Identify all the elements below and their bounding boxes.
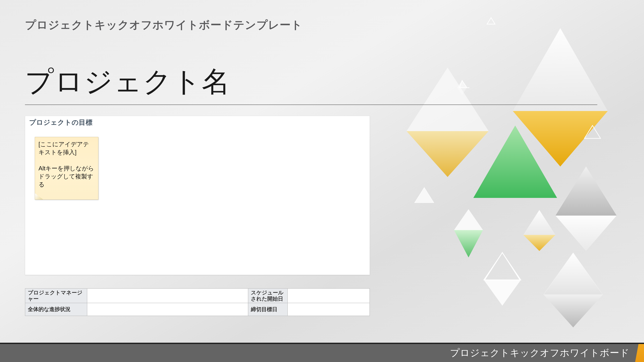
svg-marker-21 <box>484 253 521 280</box>
progress-value[interactable] <box>87 303 248 316</box>
decorative-triangles <box>370 0 644 362</box>
svg-marker-8 <box>473 125 557 198</box>
footer-text: プロジェクトキックオフホワイトボード <box>450 347 630 360</box>
svg-marker-9 <box>556 167 617 216</box>
svg-marker-16 <box>523 235 556 251</box>
deadline-label: 締切目標日 <box>248 303 288 316</box>
deadline-value[interactable] <box>288 303 370 316</box>
progress-label: 全体的な進捗状況 <box>25 303 87 316</box>
footer-top-edge <box>0 343 644 344</box>
svg-marker-2 <box>513 111 608 167</box>
sticky-note-curl-icon <box>35 193 43 200</box>
svg-marker-14 <box>454 209 483 230</box>
svg-marker-1 <box>513 28 608 111</box>
svg-marker-12 <box>414 187 434 203</box>
table-row: 全体的な進捗状況 締切目標日 <box>25 303 370 316</box>
svg-marker-15 <box>523 210 556 235</box>
svg-marker-5 <box>457 88 467 95</box>
title-underline <box>25 105 597 105</box>
svg-marker-6 <box>406 67 489 131</box>
svg-marker-0 <box>487 18 495 24</box>
project-meta-table[interactable]: プロジェクトマネージャー スケジュールされた開始日 全体的な進捗状況 締切目標日 <box>25 288 370 316</box>
svg-marker-24 <box>544 254 602 295</box>
start-value[interactable] <box>288 289 370 303</box>
svg-marker-4 <box>457 80 467 88</box>
svg-marker-27 <box>544 295 603 328</box>
footer-accent-slash-icon <box>635 344 644 362</box>
svg-marker-17 <box>484 253 520 280</box>
table-row: プロジェクトマネージャー スケジュールされた開始日 <box>25 289 370 303</box>
svg-marker-23 <box>544 253 602 295</box>
svg-marker-7 <box>406 131 489 177</box>
goals-card-header: プロジェクトの目標 <box>29 118 92 127</box>
pm-label: プロジェクトマネージャー <box>25 289 87 303</box>
pm-value[interactable] <box>87 289 248 303</box>
sticky-note-text[interactable]: [ここにアイデアテキストを挿入] Altキーを押しながらドラッグして複製する <box>38 140 95 189</box>
svg-marker-26 <box>544 253 603 295</box>
svg-marker-3 <box>460 80 469 88</box>
svg-marker-10 <box>556 216 617 251</box>
slide-title[interactable]: プロジェクト名 <box>25 63 230 101</box>
goals-card[interactable]: プロジェクトの目標 [ここにアイデアテキストを挿入] Altキーを押しながらドラ… <box>25 116 370 275</box>
svg-marker-22 <box>484 280 521 306</box>
svg-marker-13 <box>454 230 483 257</box>
slide-canvas: プロジェクトキックオフホワイトボードテンプレート プロジェクト名 プロジェクトの… <box>0 0 644 362</box>
footer-bar: プロジェクトキックオフホワイトボード <box>0 344 644 362</box>
sticky-note[interactable]: [ここにアイデアテキストを挿入] Altキーを押しながらドラッグして複製する <box>35 137 98 200</box>
start-label: スケジュールされた開始日 <box>248 289 288 303</box>
svg-marker-11 <box>584 125 600 138</box>
slide-subtitle: プロジェクトキックオフホワイトボードテンプレート <box>25 18 302 32</box>
